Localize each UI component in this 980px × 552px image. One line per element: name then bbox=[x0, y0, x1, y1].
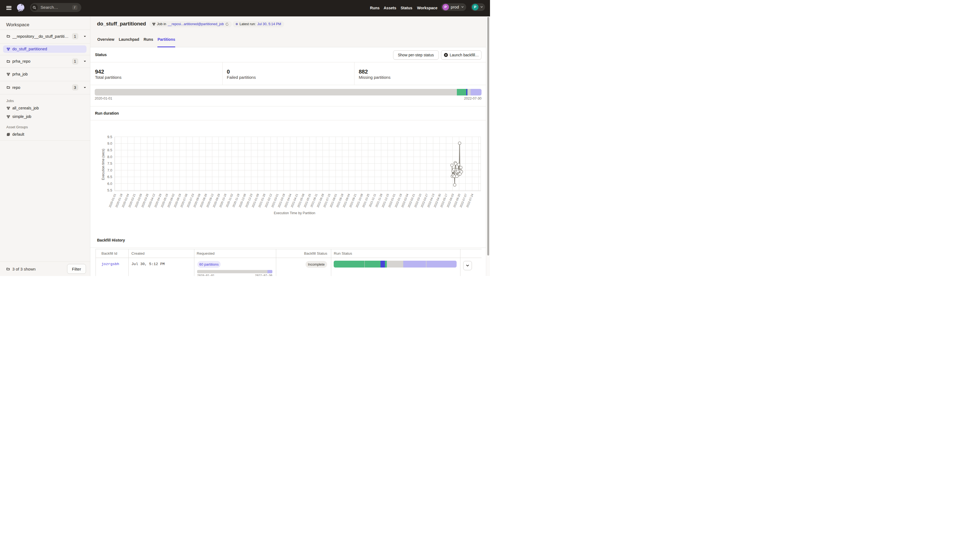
svg-text:6.5: 6.5 bbox=[107, 175, 112, 179]
svg-text:Execution time (secs): Execution time (secs) bbox=[101, 149, 105, 180]
svg-text:8.5: 8.5 bbox=[107, 148, 112, 152]
svg-text:9.0: 9.0 bbox=[107, 141, 112, 146]
svg-text:6.0: 6.0 bbox=[107, 182, 112, 186]
svg-text:9.5: 9.5 bbox=[107, 135, 112, 139]
svg-text:Execution Time by Partition: Execution Time by Partition bbox=[274, 211, 315, 215]
svg-text:7.0: 7.0 bbox=[107, 168, 112, 172]
svg-text:7.5: 7.5 bbox=[107, 162, 112, 165]
svg-text:5.5: 5.5 bbox=[107, 188, 112, 192]
svg-text:8.0: 8.0 bbox=[107, 155, 112, 159]
